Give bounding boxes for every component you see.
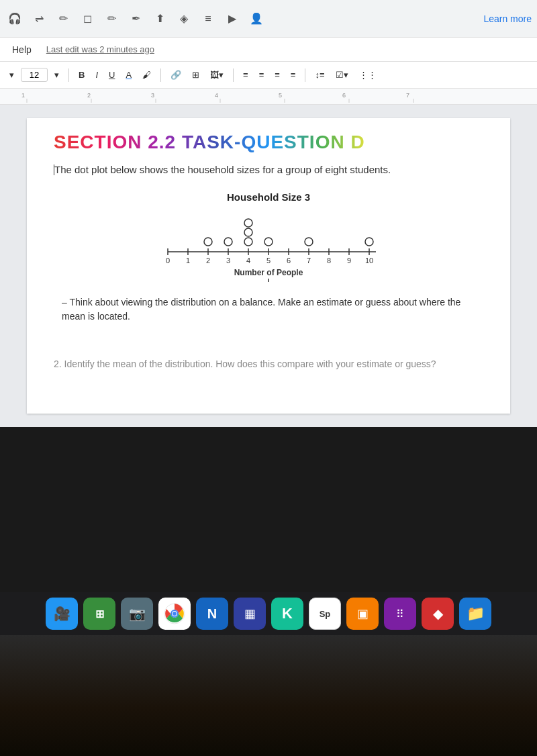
image-button[interactable]: 🖼▾	[206, 67, 228, 83]
svg-text:6: 6	[287, 256, 291, 265]
svg-point-51	[173, 612, 177, 616]
svg-text:1: 1	[21, 92, 25, 99]
dot-plot-container: Household Size 3 0 1 2 3 4	[54, 191, 483, 282]
svg-text:2: 2	[87, 92, 91, 99]
divider1	[68, 68, 69, 82]
play-icon[interactable]: ▶	[223, 9, 242, 28]
font-size-dropdown[interactable]: ▾	[50, 67, 63, 83]
italic-button[interactable]: I	[91, 67, 102, 83]
grid-app-icon[interactable]: ⊞	[83, 598, 115, 630]
zoom-icon[interactable]: 🎥	[46, 598, 78, 630]
align-right-button[interactable]: ≡	[271, 67, 284, 83]
sp-app-icon[interactable]: Sp	[309, 598, 341, 630]
question2-text: 2. Identify the mean of the distribution…	[54, 357, 483, 371]
question1-text: – Think about viewing the distribution o…	[54, 295, 483, 324]
align-center-button[interactable]: ≡	[255, 67, 268, 83]
shuffle-icon[interactable]: ⇌	[30, 9, 48, 28]
answer-space1	[54, 332, 483, 352]
pencil-icon[interactable]: ✏	[54, 9, 72, 28]
divider2	[160, 68, 161, 82]
font-size-input[interactable]: 12	[21, 68, 48, 82]
chrome-icon[interactable]	[158, 598, 191, 630]
upload-icon[interactable]: ⬆	[150, 9, 169, 28]
svg-text:4: 4	[215, 92, 218, 99]
svg-point-37	[204, 238, 212, 246]
eraser-icon[interactable]: ◻	[78, 9, 97, 28]
svg-text:Number of People: Number of People	[234, 268, 303, 277]
help-menu[interactable]: Help	[8, 42, 36, 58]
format-toolbar: ▾ 12 ▾ B I U A 🖌 🔗 ⊞ 🖼▾ ≡ ≡ ≡ ≡ ↕≡ ☑▾ ⋮⋮	[0, 62, 537, 89]
intro-text: The dot plot below shows the household s…	[54, 162, 483, 178]
svg-point-39	[244, 238, 252, 246]
svg-text:5: 5	[279, 92, 282, 99]
svg-point-38	[224, 238, 232, 246]
svg-text:6: 6	[342, 92, 346, 99]
style-dropdown[interactable]: ▾	[5, 67, 18, 83]
svg-text:5: 5	[266, 256, 271, 265]
learn-more-button[interactable]: Learn more	[483, 13, 532, 24]
svg-point-43	[305, 238, 313, 246]
list-icon[interactable]: ≡	[199, 9, 217, 28]
svg-text:8: 8	[327, 256, 331, 265]
ruler: 1 2 3 4 5 6 7	[0, 89, 537, 105]
grid-dots-icon[interactable]: ⠿	[384, 598, 416, 630]
svg-text:2: 2	[206, 256, 210, 265]
svg-text:0: 0	[166, 256, 170, 265]
ruler-marks: 1 2 3 4 5 6 7	[0, 89, 537, 104]
notes-icon[interactable]: N	[196, 598, 228, 630]
svg-text:9: 9	[347, 256, 351, 265]
last-edit-text[interactable]: Last edit was 2 minutes ago	[46, 44, 154, 54]
line-spacing-button[interactable]: ↕≡	[311, 67, 328, 83]
person-icon[interactable]: 👤	[247, 9, 266, 28]
align-justify-button[interactable]: ≡	[287, 67, 300, 83]
link-button[interactable]: 🔗	[166, 67, 185, 83]
svg-text:1: 1	[186, 256, 190, 265]
document-page: SECTION 2.2 TASK-QUESTION D The dot plot…	[27, 118, 510, 414]
more-options-button[interactable]: ⋮⋮	[355, 67, 381, 83]
storage-icon[interactable]: ▣	[346, 598, 379, 630]
dot-plot-svg: 0 1 2 3 4 5 6 7	[154, 208, 383, 282]
taskbar: 🎥 ⊞ 📷 N ▦ K Sp ▣	[0, 592, 537, 635]
underline-button[interactable]: U	[105, 67, 119, 83]
headphones-icon[interactable]: 🎧	[5, 9, 24, 28]
svg-point-44	[365, 238, 373, 246]
shape-icon[interactable]: ◆	[422, 598, 454, 630]
diamond-icon[interactable]: ◈	[175, 9, 193, 28]
menu-bar: Help Last edit was 2 minutes ago	[0, 38, 537, 62]
bold-button[interactable]: B	[75, 67, 89, 83]
bottom-dark-area	[0, 635, 537, 756]
pen-icon[interactable]: ✒	[126, 9, 145, 28]
align-left-button[interactable]: ≡	[239, 67, 252, 83]
checklist-button[interactable]: ☑▾	[332, 67, 352, 83]
svg-text:3: 3	[151, 92, 154, 99]
khan-icon[interactable]: K	[271, 598, 303, 630]
document-area: SECTION 2.2 TASK-QUESTION D The dot plot…	[0, 105, 537, 427]
top-toolbar: 🎧 ⇌ ✏ ◻ ✏ ✒ ⬆ ◈ ≡ ▶ 👤 Learn more	[0, 0, 537, 38]
insert-button[interactable]: ⊞	[188, 67, 203, 83]
divider3	[233, 68, 234, 82]
paint-bucket-icon[interactable]: 🖌	[138, 67, 155, 83]
folder-icon[interactable]: 📁	[459, 598, 491, 630]
svg-point-40	[244, 228, 252, 236]
camera-icon[interactable]: 📷	[121, 598, 153, 630]
svg-text:7: 7	[307, 256, 311, 265]
svg-text:10: 10	[365, 256, 373, 265]
divider4	[305, 68, 305, 82]
svg-point-41	[244, 219, 252, 227]
svg-text:4: 4	[246, 256, 250, 265]
svg-point-42	[264, 238, 273, 246]
font-color-button[interactable]: A	[121, 67, 136, 83]
section-title: SECTION 2.2 TASK-QUESTION D	[54, 132, 483, 153]
app1-icon[interactable]: ▦	[234, 598, 266, 630]
svg-text:3: 3	[226, 256, 230, 265]
pencil2-icon[interactable]: ✏	[102, 9, 121, 28]
dot-plot-title: Household Size 3	[227, 191, 310, 203]
svg-text:7: 7	[406, 92, 409, 99]
